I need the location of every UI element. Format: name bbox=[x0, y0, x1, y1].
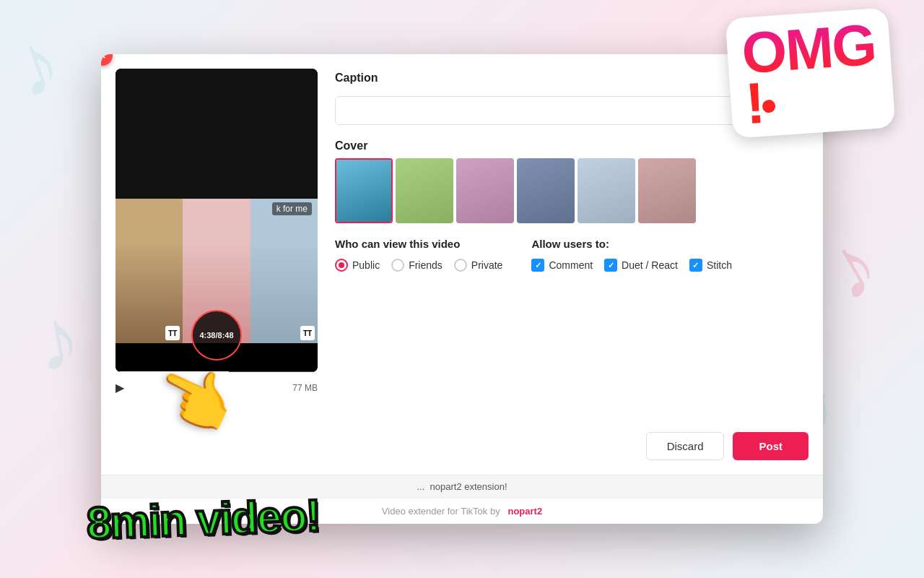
settings-row: Who can view this video Public Friends bbox=[335, 238, 808, 272]
cover-thumb-4[interactable] bbox=[517, 158, 575, 223]
checkbox-duet[interactable]: Duet / React bbox=[604, 259, 678, 272]
radio-dot-private bbox=[454, 259, 467, 272]
post-button[interactable]: Post bbox=[733, 432, 808, 460]
play-button[interactable]: ▶ bbox=[116, 381, 124, 394]
radio-private[interactable]: Private bbox=[454, 259, 503, 272]
allow-users-title: Allow users to: bbox=[531, 238, 732, 250]
cover-thumb-1[interactable] bbox=[335, 158, 393, 223]
checkbox-label-comment: Comment bbox=[549, 259, 593, 271]
caption-label: Caption bbox=[335, 72, 378, 85]
modal: × TT bbox=[101, 54, 823, 524]
cover-thumb-6[interactable] bbox=[638, 158, 696, 223]
discard-button[interactable]: Discard bbox=[646, 432, 725, 460]
checkbox-box-comment bbox=[531, 259, 544, 272]
who-can-view-group: Who can view this video Public Friends bbox=[335, 238, 502, 272]
who-can-view-title: Who can view this video bbox=[335, 238, 502, 250]
video-thumb-1: TT bbox=[116, 199, 183, 343]
tiktok-logo-3: TT bbox=[300, 326, 315, 340]
radio-label-public: Public bbox=[352, 259, 380, 271]
allow-users-group: Allow users to: Comment Duet / React bbox=[531, 238, 732, 272]
footer-text: Video extender for TikTok by bbox=[382, 506, 500, 517]
notification-text: ... bbox=[417, 481, 427, 492]
radio-dot-friends bbox=[391, 259, 404, 272]
checkbox-comment[interactable]: Comment bbox=[531, 259, 593, 272]
caption-input[interactable] bbox=[335, 96, 775, 125]
checkbox-box-stitch bbox=[689, 259, 702, 272]
min-video-text: 8min video! bbox=[86, 493, 320, 545]
video-time-overlay: 4:38/8:48 bbox=[191, 310, 242, 361]
radio-public[interactable]: Public bbox=[335, 259, 380, 272]
action-row: Discard Post bbox=[335, 432, 808, 460]
file-size: 77 MB bbox=[292, 383, 318, 393]
checkbox-box-duet bbox=[604, 259, 617, 272]
cover-section: Cover bbox=[335, 139, 808, 223]
checkbox-label-duet: Duet / React bbox=[622, 259, 678, 271]
checkbox-label-stitch: Stitch bbox=[707, 259, 732, 271]
min-video-sticker: 8min video! bbox=[86, 493, 320, 545]
cover-label: Cover bbox=[335, 139, 808, 152]
radio-group: Public Friends Private bbox=[335, 259, 502, 272]
video-thumb-3: TT bbox=[250, 199, 318, 343]
omg-sticker: OMG ! bbox=[725, 7, 895, 138]
radio-dot-public bbox=[335, 259, 348, 272]
tiktok-logo-1: TT bbox=[165, 326, 180, 340]
footer-brand: nopart2 bbox=[507, 506, 542, 517]
video-time-text: 4:38/8:48 bbox=[199, 331, 233, 340]
video-top-label: k for me bbox=[272, 202, 312, 215]
radio-label-private: Private bbox=[471, 259, 503, 271]
video-container: TT TT k for me bbox=[116, 69, 318, 372]
cover-thumb-2[interactable] bbox=[396, 158, 453, 223]
checkbox-stitch[interactable]: Stitch bbox=[689, 259, 732, 272]
cover-thumb-3[interactable] bbox=[456, 158, 514, 223]
checkbox-group: Comment Duet / React Stitch bbox=[531, 259, 732, 272]
cover-thumb-5[interactable] bbox=[578, 158, 635, 223]
cover-thumbs bbox=[335, 158, 808, 223]
radio-label-friends: Friends bbox=[409, 259, 443, 271]
radio-friends[interactable]: Friends bbox=[391, 259, 443, 272]
notification-brand: nopart2 extension! bbox=[430, 481, 507, 492]
video-top bbox=[116, 69, 318, 199]
